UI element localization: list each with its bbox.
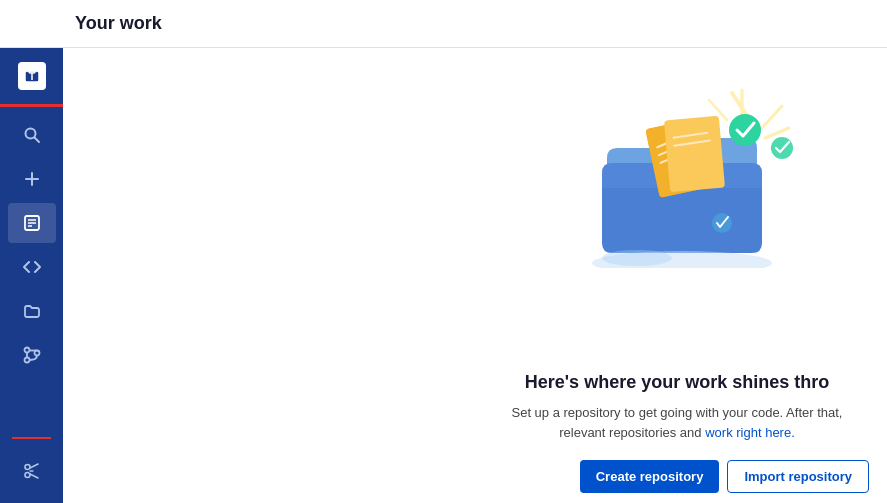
sidebar-bottom-divider: [12, 437, 50, 439]
work-illustration: [557, 68, 797, 268]
svg-point-38: [602, 250, 672, 266]
svg-rect-1: [28, 68, 36, 72]
sidebar-item-pullrequests[interactable]: [8, 335, 56, 375]
sidebar-item-code[interactable]: [8, 247, 56, 287]
bitbucket-logo-icon: [18, 62, 46, 90]
page-title: Your work: [75, 13, 162, 34]
svg-rect-31: [664, 116, 725, 193]
action-buttons: Create repository Import repository: [477, 460, 877, 493]
description-line2: relevant repositories and: [559, 425, 701, 440]
svg-line-22: [762, 106, 782, 128]
main-content: Here's where your work shines thro Set u…: [63, 48, 887, 503]
bottom-content-area: Here's where your work shines thro Set u…: [467, 372, 887, 493]
svg-point-35: [771, 137, 793, 159]
sidebar-item-create[interactable]: [8, 159, 56, 199]
top-bar: Your work: [0, 0, 887, 48]
sidebar-item-settings[interactable]: [8, 451, 56, 491]
svg-line-18: [29, 464, 38, 468]
main-layout: Here's where your work shines thro Set u…: [0, 48, 887, 503]
svg-line-5: [34, 138, 39, 143]
sidebar-item-projects[interactable]: [8, 291, 56, 331]
sidebar-logo[interactable]: [0, 48, 63, 104]
import-repository-button[interactable]: Import repository: [727, 460, 869, 493]
main-heading: Here's where your work shines thro: [477, 372, 877, 393]
svg-point-34: [729, 114, 761, 146]
sidebar-nav: [0, 107, 63, 375]
sidebar: [0, 48, 63, 503]
illustration-container: [467, 68, 887, 388]
svg-point-12: [24, 348, 29, 353]
sidebar-bottom: [8, 437, 56, 503]
svg-line-23: [765, 128, 789, 138]
description-link[interactable]: work right here.: [705, 425, 795, 440]
svg-line-19: [29, 474, 38, 478]
description-line1: Set up a repository to get going with yo…: [512, 405, 843, 420]
main-description: Set up a repository to get going with yo…: [477, 403, 877, 442]
sidebar-item-search[interactable]: [8, 115, 56, 155]
sidebar-item-repositories[interactable]: [8, 203, 56, 243]
create-repository-button[interactable]: Create repository: [580, 460, 720, 493]
svg-point-13: [24, 358, 29, 363]
